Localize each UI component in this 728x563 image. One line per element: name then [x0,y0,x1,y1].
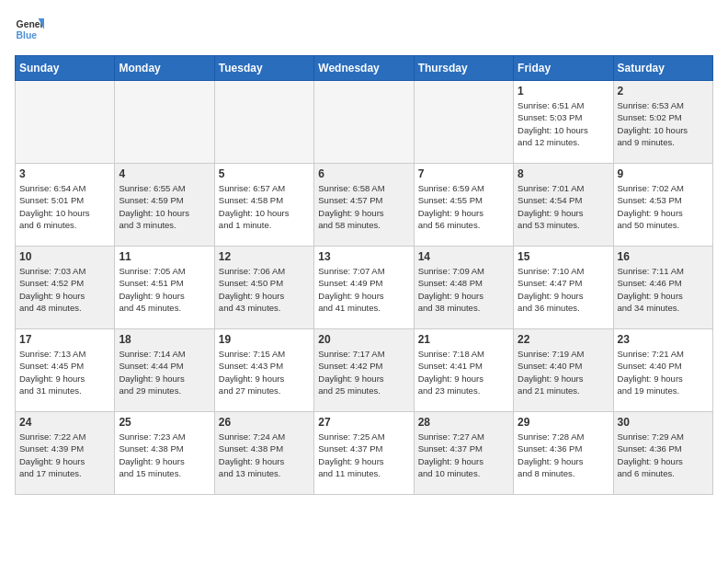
day-number: 24 [19,416,110,429]
day-of-week-header: Sunday [16,56,115,81]
calendar-day-cell: 3Sunrise: 6:54 AM Sunset: 5:01 PM Daylig… [16,164,115,247]
day-number: 30 [618,416,709,429]
calendar-header-row: SundayMondayTuesdayWednesdayThursdayFrid… [16,56,713,81]
day-info: Sunrise: 7:14 AM Sunset: 4:44 PM Dayligh… [119,348,210,396]
logo-icon: General Blue [15,15,44,44]
calendar-day-cell: 17Sunrise: 7:13 AM Sunset: 4:45 PM Dayli… [16,329,115,412]
day-info: Sunrise: 7:07 AM Sunset: 4:49 PM Dayligh… [318,265,409,314]
day-number: 2 [618,85,709,98]
day-info: Sunrise: 7:29 AM Sunset: 4:36 PM Dayligh… [618,431,709,479]
day-number: 12 [219,250,310,263]
day-of-week-header: Wednesday [314,56,414,81]
day-info: Sunrise: 7:25 AM Sunset: 4:37 PM Dayligh… [318,431,409,479]
calendar-day-cell: 5Sunrise: 6:57 AM Sunset: 4:58 PM Daylig… [214,164,313,247]
calendar-week-row: 3Sunrise: 6:54 AM Sunset: 5:01 PM Daylig… [16,164,713,247]
day-info: Sunrise: 6:59 AM Sunset: 4:55 PM Dayligh… [418,182,509,231]
calendar-day-cell: 18Sunrise: 7:14 AM Sunset: 4:44 PM Dayli… [115,329,214,412]
day-info: Sunrise: 6:53 AM Sunset: 5:02 PM Dayligh… [618,99,709,148]
calendar-week-row: 10Sunrise: 7:03 AM Sunset: 4:52 PM Dayli… [16,247,713,329]
calendar-week-row: 24Sunrise: 7:22 AM Sunset: 4:39 PM Dayli… [16,412,713,495]
day-info: Sunrise: 7:11 AM Sunset: 4:46 PM Dayligh… [618,265,709,314]
day-number: 20 [318,333,409,346]
day-of-week-header: Monday [115,56,214,81]
day-of-week-header: Friday [514,56,613,81]
day-info: Sunrise: 7:06 AM Sunset: 4:50 PM Dayligh… [219,265,310,314]
calendar-day-cell: 28Sunrise: 7:27 AM Sunset: 4:37 PM Dayli… [414,412,513,495]
calendar-day-cell: 20Sunrise: 7:17 AM Sunset: 4:42 PM Dayli… [314,329,414,412]
calendar-day-cell: 25Sunrise: 7:23 AM Sunset: 4:38 PM Dayli… [115,412,214,495]
day-number: 13 [318,250,409,263]
day-number: 5 [219,167,310,180]
calendar-day-cell: 8Sunrise: 7:01 AM Sunset: 4:54 PM Daylig… [514,164,613,247]
calendar-week-row: 17Sunrise: 7:13 AM Sunset: 4:45 PM Dayli… [16,329,713,412]
day-number: 27 [318,416,409,429]
calendar-day-cell [115,81,214,164]
day-info: Sunrise: 7:19 AM Sunset: 4:40 PM Dayligh… [518,348,609,396]
calendar-day-cell: 10Sunrise: 7:03 AM Sunset: 4:52 PM Dayli… [16,247,115,329]
day-number: 19 [219,333,310,346]
calendar-day-cell: 30Sunrise: 7:29 AM Sunset: 4:36 PM Dayli… [613,412,712,495]
day-of-week-header: Tuesday [214,56,313,81]
day-number: 21 [418,333,509,346]
calendar-day-cell: 2Sunrise: 6:53 AM Sunset: 5:02 PM Daylig… [613,81,712,164]
day-info: Sunrise: 7:15 AM Sunset: 4:43 PM Dayligh… [219,348,310,396]
day-number: 23 [618,333,709,346]
calendar-day-cell: 27Sunrise: 7:25 AM Sunset: 4:37 PM Dayli… [314,412,414,495]
day-number: 10 [19,250,110,263]
day-of-week-header: Thursday [414,56,513,81]
calendar-day-cell: 21Sunrise: 7:18 AM Sunset: 4:41 PM Dayli… [414,329,513,412]
day-info: Sunrise: 6:58 AM Sunset: 4:57 PM Dayligh… [318,182,409,231]
day-number: 1 [518,85,609,98]
day-info: Sunrise: 7:09 AM Sunset: 4:48 PM Dayligh… [418,265,509,314]
calendar-table: SundayMondayTuesdayWednesdayThursdayFrid… [15,55,713,495]
day-number: 14 [418,250,509,263]
logo: General Blue [15,15,44,44]
calendar-day-cell: 29Sunrise: 7:28 AM Sunset: 4:36 PM Dayli… [514,412,613,495]
day-number: 3 [19,167,110,180]
day-number: 6 [318,167,409,180]
day-info: Sunrise: 7:03 AM Sunset: 4:52 PM Dayligh… [19,265,110,314]
day-number: 4 [119,167,210,180]
day-number: 22 [518,333,609,346]
calendar-day-cell: 9Sunrise: 7:02 AM Sunset: 4:53 PM Daylig… [613,164,712,247]
day-number: 17 [19,333,110,346]
calendar-day-cell: 19Sunrise: 7:15 AM Sunset: 4:43 PM Dayli… [214,329,313,412]
calendar-day-cell: 22Sunrise: 7:19 AM Sunset: 4:40 PM Dayli… [514,329,613,412]
calendar-day-cell: 13Sunrise: 7:07 AM Sunset: 4:49 PM Dayli… [314,247,414,329]
day-number: 29 [518,416,609,429]
day-info: Sunrise: 6:51 AM Sunset: 5:03 PM Dayligh… [518,99,609,148]
calendar-day-cell [314,81,414,164]
calendar-day-cell: 14Sunrise: 7:09 AM Sunset: 4:48 PM Dayli… [414,247,513,329]
day-number: 8 [518,167,609,180]
calendar-day-cell: 12Sunrise: 7:06 AM Sunset: 4:50 PM Dayli… [214,247,313,329]
calendar-day-cell [414,81,513,164]
day-number: 18 [119,333,210,346]
day-info: Sunrise: 7:10 AM Sunset: 4:47 PM Dayligh… [518,265,609,314]
calendar-day-cell: 26Sunrise: 7:24 AM Sunset: 4:38 PM Dayli… [214,412,313,495]
page-header: General Blue [15,15,713,44]
day-info: Sunrise: 7:02 AM Sunset: 4:53 PM Dayligh… [618,182,709,231]
day-info: Sunrise: 7:13 AM Sunset: 4:45 PM Dayligh… [19,348,110,396]
day-number: 11 [119,250,210,263]
calendar-week-row: 1Sunrise: 6:51 AM Sunset: 5:03 PM Daylig… [16,81,713,164]
day-info: Sunrise: 7:22 AM Sunset: 4:39 PM Dayligh… [19,431,110,479]
day-number: 26 [219,416,310,429]
calendar-day-cell [214,81,313,164]
day-info: Sunrise: 7:01 AM Sunset: 4:54 PM Dayligh… [518,182,609,231]
day-info: Sunrise: 7:17 AM Sunset: 4:42 PM Dayligh… [318,348,409,396]
day-info: Sunrise: 7:24 AM Sunset: 4:38 PM Dayligh… [219,431,310,479]
day-number: 16 [618,250,709,263]
calendar-day-cell: 24Sunrise: 7:22 AM Sunset: 4:39 PM Dayli… [16,412,115,495]
day-of-week-header: Saturday [613,56,712,81]
day-info: Sunrise: 7:27 AM Sunset: 4:37 PM Dayligh… [418,431,509,479]
day-info: Sunrise: 7:21 AM Sunset: 4:40 PM Dayligh… [618,348,709,396]
svg-text:Blue: Blue [17,30,38,40]
day-number: 28 [418,416,509,429]
calendar-day-cell: 16Sunrise: 7:11 AM Sunset: 4:46 PM Dayli… [613,247,712,329]
calendar-day-cell [16,81,115,164]
day-info: Sunrise: 7:18 AM Sunset: 4:41 PM Dayligh… [418,348,509,396]
day-info: Sunrise: 7:28 AM Sunset: 4:36 PM Dayligh… [518,431,609,479]
day-info: Sunrise: 6:57 AM Sunset: 4:58 PM Dayligh… [219,182,310,231]
calendar-day-cell: 11Sunrise: 7:05 AM Sunset: 4:51 PM Dayli… [115,247,214,329]
calendar-day-cell: 6Sunrise: 6:58 AM Sunset: 4:57 PM Daylig… [314,164,414,247]
